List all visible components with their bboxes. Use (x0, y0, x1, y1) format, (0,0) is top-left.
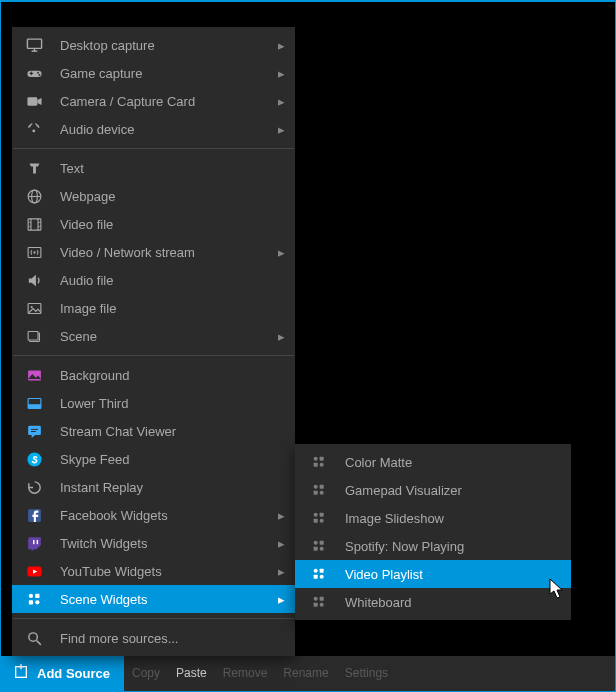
menu-item-background[interactable]: Background (12, 361, 295, 389)
menu-separator (13, 148, 294, 149)
menu-item-audio-device[interactable]: Audio device▸ (12, 115, 295, 143)
footer-toolbar: Add Source Copy Paste Remove Rename Sett… (1, 656, 615, 691)
chevron-right-icon: ▸ (271, 245, 285, 260)
chevron-right-icon: ▸ (271, 94, 285, 109)
submenu-item-label: Image Slideshow (345, 511, 559, 526)
submenu-item-gamepad-visualizer[interactable]: Gamepad Visualizer (295, 476, 571, 504)
menu-item-label: Twitch Widgets (60, 536, 271, 551)
camera-icon (22, 93, 46, 110)
menu-item-label: Find more sources... (60, 631, 271, 646)
submenu-item-label: Spotify: Now Playing (345, 539, 559, 554)
menu-item-find-more-sources[interactable]: Find more sources... (12, 624, 295, 652)
app-window: Add Source Copy Paste Remove Rename Sett… (0, 0, 616, 692)
footer-action-rename[interactable]: Rename (275, 656, 336, 691)
footer-actions: Copy Paste Remove Rename Settings (124, 656, 396, 691)
add-source-menu: Desktop capture▸Game capture▸Camera / Ca… (12, 27, 295, 656)
menu-item-label: Scene (60, 329, 271, 344)
menu-item-label: Desktop capture (60, 38, 271, 53)
footer-action-copy[interactable]: Copy (124, 656, 168, 691)
twitch-icon (22, 535, 46, 552)
audio-icon (22, 121, 46, 138)
menu-separator (13, 355, 294, 356)
menu-item-twitch-widgets[interactable]: Twitch Widgets▸ (12, 529, 295, 557)
menu-item-label: YouTube Widgets (60, 564, 271, 579)
menu-item-scene[interactable]: Scene▸ (12, 322, 295, 350)
scene-widgets-submenu: Color MatteGamepad VisualizerImage Slide… (295, 444, 571, 620)
facebook-icon (22, 507, 46, 524)
widgets-icon (307, 594, 331, 610)
menu-item-video-file[interactable]: Video file (12, 210, 295, 238)
menu-item-image-file[interactable]: Image file (12, 294, 295, 322)
menu-item-audio-file[interactable]: Audio file (12, 266, 295, 294)
menu-item-camera-capture-card[interactable]: Camera / Capture Card▸ (12, 87, 295, 115)
menu-item-video-network-stream[interactable]: Video / Network stream▸ (12, 238, 295, 266)
chevron-right-icon: ▸ (271, 66, 285, 81)
menu-item-label: Webpage (60, 189, 271, 204)
menu-item-scene-widgets[interactable]: Scene Widgets▸ (12, 585, 295, 613)
chevron-right-icon: ▸ (271, 564, 285, 579)
chevron-right-icon: ▸ (271, 38, 285, 53)
menu-item-label: Background (60, 368, 271, 383)
menu-item-game-capture[interactable]: Game capture▸ (12, 59, 295, 87)
stream-icon (22, 244, 46, 261)
submenu-item-label: Gamepad Visualizer (345, 483, 559, 498)
menu-item-label: Image file (60, 301, 271, 316)
widgets-icon (307, 538, 331, 554)
submenu-item-whiteboard[interactable]: Whiteboard (295, 588, 571, 616)
submenu-item-spotify-now-playing[interactable]: Spotify: Now Playing (295, 532, 571, 560)
youtube-icon (22, 563, 46, 580)
submenu-item-label: Whiteboard (345, 595, 559, 610)
menu-item-facebook-widgets[interactable]: Facebook Widgets▸ (12, 501, 295, 529)
gamepad-icon (22, 65, 46, 82)
add-source-label: Add Source (37, 666, 110, 681)
skype-icon (22, 451, 46, 468)
menu-item-label: Lower Third (60, 396, 271, 411)
replay-icon (22, 479, 46, 496)
add-source-button[interactable]: Add Source (1, 656, 124, 691)
search-icon (22, 630, 46, 647)
menu-item-label: Game capture (60, 66, 271, 81)
footer-action-remove[interactable]: Remove (215, 656, 276, 691)
scene-icon (22, 328, 46, 345)
chevron-right-icon: ▸ (271, 592, 285, 607)
submenu-item-label: Video Playlist (345, 567, 559, 582)
menu-item-lower-third[interactable]: Lower Third (12, 389, 295, 417)
menu-item-skype-feed[interactable]: Skype Feed (12, 445, 295, 473)
footer-action-settings[interactable]: Settings (337, 656, 396, 691)
menu-item-label: Facebook Widgets (60, 508, 271, 523)
menu-item-label: Instant Replay (60, 480, 271, 495)
widgets-icon (307, 454, 331, 470)
menu-item-stream-chat-viewer[interactable]: Stream Chat Viewer (12, 417, 295, 445)
menu-item-label: Audio file (60, 273, 271, 288)
menu-item-label: Stream Chat Viewer (60, 424, 271, 439)
chevron-right-icon: ▸ (271, 329, 285, 344)
menu-item-label: Video / Network stream (60, 245, 271, 260)
menu-item-instant-replay[interactable]: Instant Replay (12, 473, 295, 501)
menu-item-text[interactable]: Text (12, 154, 295, 182)
text-icon (22, 160, 46, 177)
chevron-right-icon: ▸ (271, 508, 285, 523)
widgets-icon (307, 510, 331, 526)
menu-item-label: Audio device (60, 122, 271, 137)
widgets-icon (307, 482, 331, 498)
submenu-item-color-matte[interactable]: Color Matte (295, 448, 571, 476)
menu-item-label: Skype Feed (60, 452, 271, 467)
chat-icon (22, 423, 46, 440)
submenu-item-label: Color Matte (345, 455, 559, 470)
chevron-right-icon: ▸ (271, 122, 285, 137)
footer-action-paste[interactable]: Paste (168, 656, 215, 691)
menu-item-label: Scene Widgets (60, 592, 271, 607)
globe-icon (22, 188, 46, 205)
add-source-icon (13, 664, 29, 683)
submenu-item-video-playlist[interactable]: Video Playlist (295, 560, 571, 588)
menu-item-label: Text (60, 161, 271, 176)
menu-item-label: Camera / Capture Card (60, 94, 271, 109)
menu-item-desktop-capture[interactable]: Desktop capture▸ (12, 31, 295, 59)
speaker-icon (22, 272, 46, 289)
lowerthird-icon (22, 395, 46, 412)
menu-item-webpage[interactable]: Webpage (12, 182, 295, 210)
image-icon (22, 300, 46, 317)
menu-item-youtube-widgets[interactable]: YouTube Widgets▸ (12, 557, 295, 585)
submenu-item-image-slideshow[interactable]: Image Slideshow (295, 504, 571, 532)
widgets-icon (22, 591, 46, 608)
